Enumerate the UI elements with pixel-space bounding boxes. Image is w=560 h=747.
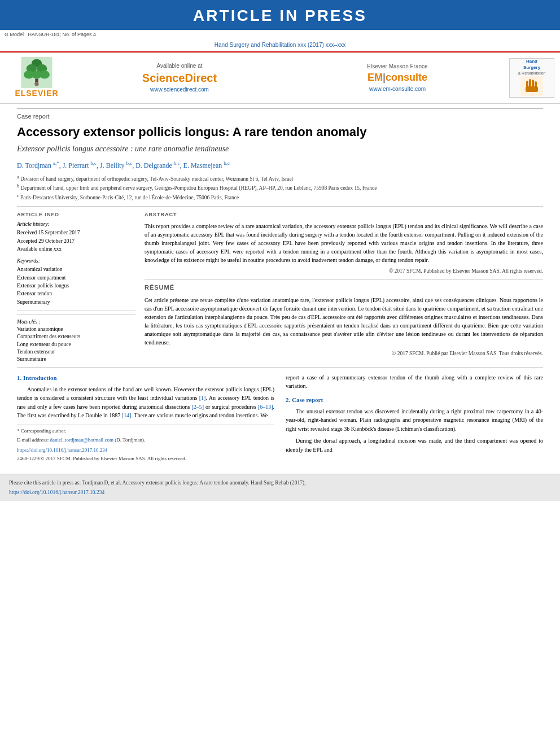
main-content: Case report Accessory extensor pollicis … (0, 104, 560, 468)
mots-cles-section: Mots clés : Variation anatomique Compart… (17, 314, 135, 364)
keywords-label: Keywords: (17, 257, 135, 265)
case-report-para2: During the dorsal approach, a longitudin… (286, 436, 543, 454)
article-type-label: Case report (17, 108, 543, 121)
science-direct-section: Available online at ScienceDirect www.sc… (73, 62, 286, 94)
footnote-area: * Corresponding author. E-mail address: … (17, 425, 274, 444)
introduction-para1: Anomalies in the extensor tendons of the… (17, 385, 274, 420)
mot-cle-1: Variation anatomique (17, 326, 135, 333)
email-line: E-mail address: daniel_tordjman@hotmail.… (17, 436, 274, 444)
article-history: Article history: Received 15 September 2… (17, 221, 135, 253)
keyword-3: Extensor pollicis longus (17, 282, 135, 290)
top-banner: ARTICLE IN PRESS G Model HANSUR-181; No.… (0, 0, 560, 51)
keyword-5: Supernumerary (17, 299, 135, 306)
french-abstract-text: Cet article présente une revue complète … (145, 296, 543, 347)
article-info-label: ARTICLE INFO (17, 211, 135, 219)
keywords-section: Keywords: Anatomical variation Extensor … (17, 257, 135, 306)
received-date: Received 15 September 2017 (17, 229, 135, 237)
mot-cle-3: Long extenseur du pouce (17, 341, 135, 348)
accepted-date: Accepted 29 October 2017 (17, 238, 135, 245)
keyword-1: Anatomical variation (17, 266, 135, 273)
history-label: Article history: (17, 221, 135, 228)
introduction-heading: 1. Introduction (17, 373, 274, 383)
footer-citation-bar: Please cite this article in press as: To… (0, 474, 560, 501)
footer-doi-link[interactable]: https://doi.org/10.1016/j.hansur.2017.10… (9, 488, 551, 496)
doi-link[interactable]: https://doi.org/10.1016/j.hansur.2017.10… (17, 447, 274, 455)
available-online: Available online xxx (17, 246, 135, 253)
hand-surgery-journal-logo: Hand Surgery & Rehabilitation (509, 58, 554, 98)
affiliations: a Division of hand surgery, department o… (17, 174, 543, 202)
citation-text: Please cite this article in press as: To… (9, 479, 551, 487)
abstract-text: This report provides a complete review o… (145, 222, 543, 264)
available-online-text: Available online at (73, 62, 286, 70)
svg-point-6 (40, 71, 50, 79)
case-report-para1: The unusual extensor tendon was discover… (286, 407, 543, 434)
body-text-section: 1. Introduction Anomalies in the extenso… (17, 367, 543, 463)
article-subtitle: Extensor pollicis longus accessoire : un… (17, 143, 543, 155)
abstract-label: ABSTRACT (145, 211, 543, 219)
science-direct-url[interactable]: www.sciencedirect.com (73, 86, 286, 94)
case-report-heading: 2. Case report (286, 395, 543, 405)
keyword-2: Extensor compartment (17, 274, 135, 282)
case-report-column: report a case of a supernumerary extenso… (286, 373, 543, 463)
left-column: ARTICLE INFO Article history: Received 1… (17, 211, 135, 363)
elsevier-tree-icon (20, 57, 54, 88)
em-consulte-logo: EM|consulte (291, 71, 504, 85)
header-section: ELSEVIER Available online at ScienceDire… (0, 51, 560, 104)
article-in-press-label: ARTICLE IN PRESS (0, 0, 560, 30)
mots-cles-label: Mots clés : (17, 318, 135, 326)
right-column: ABSTRACT This report provides a complete… (145, 211, 543, 363)
mot-cle-4: Tendon extenseur (17, 348, 135, 356)
em-url[interactable]: www.em-consulte.com (291, 85, 504, 93)
email-address[interactable]: daniel_tordjman@hotmail.com (50, 437, 113, 443)
issn-line: 2468-1229/© 2017 SFCM. Published by Else… (17, 455, 274, 463)
svg-rect-14 (526, 86, 538, 92)
abstract-copyright: © 2017 SFCM. Published by Elsevier Masso… (145, 268, 543, 275)
elsevier-masson-text: Elsevier Masson France (291, 63, 504, 71)
science-direct-logo: ScienceDirect (73, 70, 286, 86)
article-info-abstract-section: ARTICLE INFO Article history: Received 1… (17, 206, 543, 363)
article-title: Accessory extensor pollicis longus: A ra… (17, 124, 543, 141)
g-model-line: G Model HANSUR-181; No. of Pages 4 (0, 30, 560, 40)
authors-line: D. Tordjman a,*, J. Pierrart b,c, J. Bel… (17, 160, 543, 171)
keyword-4: Extensor tendon (17, 290, 135, 298)
journal-line: Hand Surgery and Rehabilitation xxx (201… (0, 40, 560, 51)
resume-copyright: © 2017 SFCM. Publié par Elsevier Masson … (145, 350, 543, 357)
corresponding-author: * Corresponding author. (17, 427, 274, 435)
mot-cle-2: Compartiment des extenseurs (17, 333, 135, 340)
intro-continuation: report a case of a supernumerary extenso… (286, 373, 543, 391)
mot-cle-5: Surnuméraire (17, 356, 135, 363)
elsevier-logo: ELSEVIER (6, 57, 68, 99)
elsevier-text: ELSEVIER (15, 88, 58, 99)
resume-label: RÉSUMÉ (145, 279, 543, 292)
svg-point-8 (34, 82, 38, 86)
em-consulte-section: Elsevier Masson France EM|consulte www.e… (291, 63, 504, 93)
introduction-column: 1. Introduction Anomalies in the extenso… (17, 373, 274, 463)
